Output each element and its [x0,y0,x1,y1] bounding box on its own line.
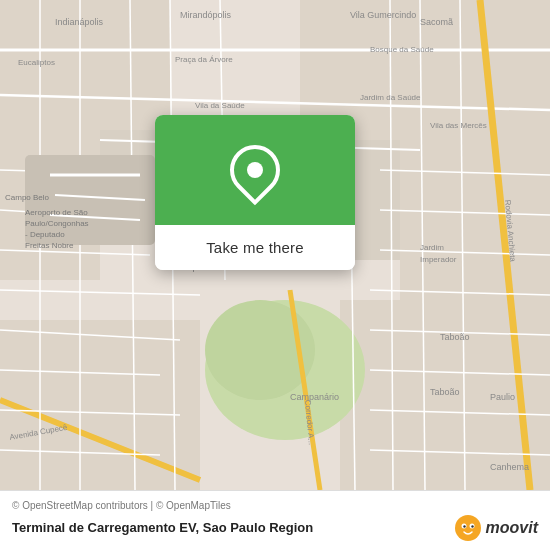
svg-text:- Deputado: - Deputado [25,230,65,239]
svg-text:Paulo/Congonhas: Paulo/Congonhas [25,219,89,228]
svg-text:Jardim: Jardim [420,243,444,252]
popup-card: Take me there [155,115,355,270]
svg-text:Vila Gumercindo: Vila Gumercindo [350,10,416,20]
svg-point-77 [471,525,473,527]
svg-text:Freitas Nobre: Freitas Nobre [25,241,74,250]
svg-point-73 [455,515,481,541]
svg-text:Sacomã: Sacomã [420,17,453,27]
svg-text:Indianápolis: Indianápolis [55,17,104,27]
take-me-there-button[interactable]: Take me there [155,225,355,270]
svg-text:Vila da Saúde: Vila da Saúde [195,101,245,110]
svg-text:Eucaliptos: Eucaliptos [18,58,55,67]
svg-point-76 [463,525,465,527]
svg-text:Aeroporto de São: Aeroporto de São [25,208,88,217]
svg-text:Paulio: Paulio [490,392,515,402]
svg-text:Imperador: Imperador [420,255,457,264]
popup-header [155,115,355,225]
svg-text:Taboão: Taboão [430,387,460,397]
svg-text:Bosque da Saúde: Bosque da Saúde [370,45,434,54]
bottom-bar: © OpenStreetMap contributors | © OpenMap… [0,490,550,550]
svg-text:Jardim da Saúde: Jardim da Saúde [360,93,421,102]
map-container[interactable]: Indianápolis Mirandópolis Vila Gumercind… [0,0,550,490]
svg-text:Campo Belo: Campo Belo [5,193,50,202]
svg-rect-7 [0,320,200,490]
svg-text:Taboão: Taboão [440,332,470,342]
moovit-logo: moovit [454,514,538,542]
attribution-text: © OpenStreetMap contributors | © OpenMap… [12,500,538,511]
svg-text:Mirandópolis: Mirandópolis [180,10,232,20]
location-title-row: Terminal de Carregamento EV, Sao Paulo R… [12,514,538,542]
moovit-icon [454,514,482,542]
location-pin-icon [220,135,291,206]
svg-text:Canhema: Canhema [490,462,529,472]
location-title: Terminal de Carregamento EV, Sao Paulo R… [12,520,313,535]
svg-text:Campanário: Campanário [290,392,339,402]
moovit-brand-text: moovit [486,519,538,537]
svg-text:Vila das Mercês: Vila das Mercês [430,121,487,130]
svg-text:Praça da Árvore: Praça da Árvore [175,55,233,64]
